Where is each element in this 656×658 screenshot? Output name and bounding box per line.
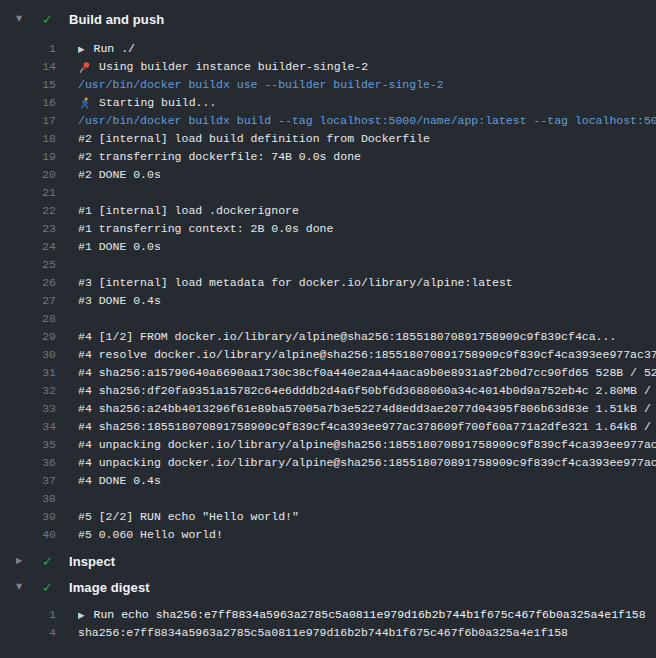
line-number[interactable]: 31 xyxy=(0,364,56,382)
expand-run-arrow-icon[interactable]: ▶ xyxy=(78,40,85,58)
log-text: #4 [1/2] FROM docker.io/library/alpine@s… xyxy=(78,328,616,346)
line-number[interactable]: 40 xyxy=(0,526,56,544)
line-number[interactable]: 37 xyxy=(0,472,56,490)
section-header-image-digest[interactable]: ▼✓Image digest xyxy=(0,574,656,600)
log-text: #4 sha256:a24bb4013296f61e89ba57005a7b3e… xyxy=(78,400,656,418)
log-line: 27#3 DONE 0.4s xyxy=(0,292,656,310)
log-line: 1▶Run echo sha256:e7ff8834a5963a2785c5a0… xyxy=(0,606,656,624)
log-line-text xyxy=(78,184,656,202)
log-line: 14Using builder instance builder-single-… xyxy=(0,58,656,76)
expand-run-arrow-icon[interactable]: ▶ xyxy=(78,606,85,624)
log-line: 23#1 transferring context: 2B 0.0s done xyxy=(0,220,656,238)
log-line: 4sha256:e7ff8834a5963a2785c5a0811e979d16… xyxy=(0,624,656,642)
log-line-text: #1 DONE 0.0s xyxy=(78,238,656,256)
line-number[interactable]: 18 xyxy=(0,130,56,148)
log-line: 29#4 [1/2] FROM docker.io/library/alpine… xyxy=(0,328,656,346)
log-text: sha256:e7ff8834a5963a2785c5a0811e979d16b… xyxy=(78,624,568,642)
log-line: 30#4 resolve docker.io/library/alpine@sh… xyxy=(0,346,656,364)
line-number[interactable]: 20 xyxy=(0,166,56,184)
log-line: 15/usr/bin/docker buildx use --builder b… xyxy=(0,76,656,94)
log-text: #2 transferring dockerfile: 74B 0.0s don… xyxy=(78,148,361,166)
log-line: 31#4 sha256:a15790640a6690aa1730c38cf0a4… xyxy=(0,364,656,382)
log-line: 26#3 [internal] load metadata for docker… xyxy=(0,274,656,292)
log-line: 20#2 DONE 0.0s xyxy=(0,166,656,184)
log-text: Run echo sha256:e7ff8834a5963a2785c5a081… xyxy=(94,606,646,624)
log-line-text: #2 transferring dockerfile: 74B 0.0s don… xyxy=(78,148,656,166)
line-number[interactable]: 34 xyxy=(0,418,56,436)
line-number[interactable]: 28 xyxy=(0,310,56,328)
log-line-text xyxy=(78,256,656,274)
log-text: #2 [internal] load build definition from… xyxy=(78,130,430,148)
line-number[interactable]: 36 xyxy=(0,454,56,472)
log-text: /usr/bin/docker buildx build --tag local… xyxy=(78,112,656,130)
log-line: 16Starting build... xyxy=(0,94,656,112)
line-number[interactable]: 27 xyxy=(0,292,56,310)
line-number[interactable]: 1 xyxy=(0,606,56,624)
log-text: #1 DONE 0.0s xyxy=(78,238,161,256)
chevron-right-icon[interactable]: ▶ xyxy=(16,548,30,574)
log-line-text xyxy=(78,490,656,508)
log-line-text: ▶Run ./ xyxy=(78,40,656,58)
log-line-text: #4 unpacking docker.io/library/alpine@sh… xyxy=(78,436,656,454)
log-line: 18#2 [internal] load build definition fr… xyxy=(0,130,656,148)
log-text: #1 transferring context: 2B 0.0s done xyxy=(78,220,333,238)
log-text: #4 unpacking docker.io/library/alpine@sh… xyxy=(78,436,656,454)
log-line: 40#5 0.060 Hello world! xyxy=(0,526,656,544)
section-build-and-push: ▼✓Build and push1▶Run ./14Using builder … xyxy=(0,6,656,548)
chevron-down-icon[interactable]: ▼ xyxy=(16,574,30,600)
log-text: Starting build... xyxy=(99,94,216,112)
log-line-text: #4 sha256:df20fa9351a15782c64e6dddb2d4a6… xyxy=(78,382,656,400)
log-text: #4 sha256:df20fa9351a15782c64e6dddb2d4a6… xyxy=(78,382,656,400)
log-line-text: #2 [internal] load build definition from… xyxy=(78,130,656,148)
log-line-text: #2 DONE 0.0s xyxy=(78,166,656,184)
log-line: 22#1 [internal] load .dockerignore xyxy=(0,202,656,220)
line-number[interactable]: 35 xyxy=(0,436,56,454)
line-number[interactable]: 39 xyxy=(0,508,56,526)
log-line: 37#4 DONE 0.4s xyxy=(0,472,656,490)
line-number[interactable]: 38 xyxy=(0,490,56,508)
line-number[interactable]: 1 xyxy=(0,40,56,58)
section-header-build-and-push[interactable]: ▼✓Build and push xyxy=(0,6,656,32)
line-number[interactable]: 4 xyxy=(0,624,56,642)
log-line-text: /usr/bin/docker buildx build --tag local… xyxy=(78,112,656,130)
log-line-text: #4 [1/2] FROM docker.io/library/alpine@s… xyxy=(78,328,656,346)
log-line: 36#4 unpacking docker.io/library/alpine@… xyxy=(0,454,656,472)
line-number[interactable]: 24 xyxy=(0,238,56,256)
line-number[interactable]: 21 xyxy=(0,184,56,202)
log-line-text: ▶Run echo sha256:e7ff8834a5963a2785c5a08… xyxy=(78,606,656,624)
log-line: 19#2 transferring dockerfile: 74B 0.0s d… xyxy=(0,148,656,166)
log-text: #4 unpacking docker.io/library/alpine@sh… xyxy=(78,454,656,472)
line-number[interactable]: 23 xyxy=(0,220,56,238)
log-line: 33#4 sha256:a24bb4013296f61e89ba57005a7b… xyxy=(0,400,656,418)
log-line: 17/usr/bin/docker buildx build --tag loc… xyxy=(0,112,656,130)
section-title: Build and push xyxy=(69,12,164,27)
log-line-text: #4 DONE 0.4s xyxy=(78,472,656,490)
line-number[interactable]: 32 xyxy=(0,382,56,400)
line-number[interactable]: 16 xyxy=(0,94,56,112)
log-text: #4 sha256:a15790640a6690aa1730c38cf0a440… xyxy=(78,364,656,382)
log-line: 34#4 sha256:185518070891758909c9f839cf4c… xyxy=(0,418,656,436)
log-line-text: #5 0.060 Hello world! xyxy=(78,526,656,544)
line-number[interactable]: 19 xyxy=(0,148,56,166)
line-number[interactable]: 17 xyxy=(0,112,56,130)
log-text: #5 [2/2] RUN echo "Hello world!" xyxy=(78,508,299,526)
line-number[interactable]: 30 xyxy=(0,346,56,364)
chevron-down-icon[interactable]: ▼ xyxy=(16,6,30,32)
log-line-text: /usr/bin/docker buildx use --builder bui… xyxy=(78,76,656,94)
line-number[interactable]: 33 xyxy=(0,400,56,418)
line-number[interactable]: 26 xyxy=(0,274,56,292)
log-line-text: #4 sha256:185518070891758909c9f839cf4ca3… xyxy=(78,418,656,436)
log-text: #3 [internal] load metadata for docker.i… xyxy=(78,274,513,292)
workflow-log-viewer: ▼✓Build and push1▶Run ./14Using builder … xyxy=(0,0,656,658)
line-number[interactable]: 29 xyxy=(0,328,56,346)
log-line-text xyxy=(78,310,656,328)
line-number[interactable]: 25 xyxy=(0,256,56,274)
log-text: Using builder instance builder-single-2 xyxy=(99,58,368,76)
section-lines: 1▶Run echo sha256:e7ff8834a5963a2785c5a0… xyxy=(0,600,656,642)
section-header-inspect[interactable]: ▶✓Inspect xyxy=(0,548,656,574)
log-line-text: #1 transferring context: 2B 0.0s done xyxy=(78,220,656,238)
line-number[interactable]: 14 xyxy=(0,58,56,76)
line-number[interactable]: 22 xyxy=(0,202,56,220)
line-number[interactable]: 15 xyxy=(0,76,56,94)
log-line-text: #1 [internal] load .dockerignore xyxy=(78,202,656,220)
